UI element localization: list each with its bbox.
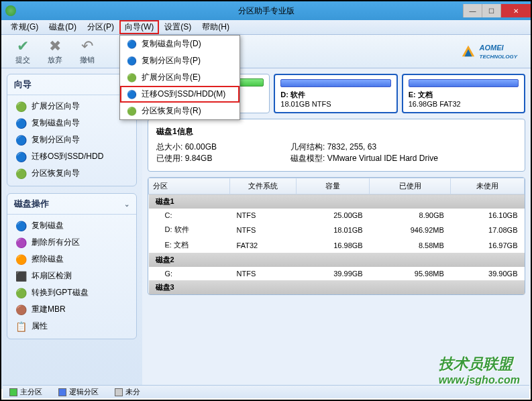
- item-icon: 🟠: [14, 254, 28, 265]
- table-header[interactable]: 分区: [149, 178, 230, 194]
- partition-box[interactable]: D: 软件18.01GB NTFS: [274, 74, 397, 113]
- disk-info-box: 磁盘1信息 总大小: 60.00GB 几何结构: 7832, 255, 63 已…: [148, 119, 525, 172]
- model-label: 磁盘模型:: [290, 154, 325, 163]
- panel-title: 磁盘操作: [14, 198, 49, 210]
- toolbtn-label: 提交: [15, 55, 30, 65]
- chevron-icon: ⌄: [124, 200, 129, 208]
- legend-unalloc: 未分: [115, 387, 140, 397]
- sidebar-item-label: 复制分区向导: [32, 134, 80, 146]
- cell-cap: 18.01GB: [296, 222, 370, 237]
- menu-item[interactable]: 设置(S): [159, 20, 197, 34]
- partition-table-box: 分区文件系统容量已使用未使用 磁盘1C:NTFS25.00GB8.90GB16.…: [148, 177, 525, 295]
- sidebar-item[interactable]: 🔵复制分区向导: [10, 131, 134, 148]
- partition-name: D: 软件: [280, 90, 390, 100]
- sidebar-item-label: 坏扇区检测: [32, 270, 72, 282]
- sidebar-item[interactable]: 📋属性: [10, 318, 134, 335]
- maximize-button[interactable]: ☐: [482, 4, 500, 17]
- total-value: 60.00GB: [185, 142, 217, 152]
- sidebar-item-label: 扩展分区向导: [32, 101, 80, 112]
- total-label: 总大小:: [156, 142, 182, 152]
- menu-item[interactable]: 分区(P): [82, 20, 119, 34]
- cell-used: 8.90GB: [370, 209, 451, 222]
- usage-bar: [409, 79, 519, 87]
- cell-cap: 39.99GB: [296, 267, 370, 280]
- cell-free: 16.10GB: [451, 209, 525, 222]
- cell-fs: NTFS: [230, 222, 296, 237]
- table-header[interactable]: 文件系统: [230, 178, 296, 194]
- minimize-button[interactable]: —: [463, 4, 482, 17]
- sidebar-item[interactable]: 🟢分区恢复向导: [10, 165, 134, 182]
- dropdown-label: 分区恢复向导(R): [142, 105, 201, 117]
- dropdown-item[interactable]: 🔵复制分区向导(P): [120, 52, 240, 69]
- undo-button[interactable]: ↶撤销: [71, 38, 103, 65]
- submit-button[interactable]: ✔提交: [7, 38, 39, 65]
- used-label: 已使用:: [156, 154, 182, 163]
- menu-item[interactable]: 向导(W): [119, 20, 159, 34]
- table-row[interactable]: G:NTFS39.99GB95.98MB39.90GB: [149, 267, 525, 280]
- wizard-panel: 向导⌄ 🟢扩展分区向导🔵复制磁盘向导🔵复制分区向导🔵迁移OS到SSD/HDD🟢分…: [7, 74, 137, 186]
- partition-table: 分区文件系统容量已使用未使用 磁盘1C:NTFS25.00GB8.90GB16.…: [148, 178, 525, 294]
- sidebar-item-label: 分区恢复向导: [32, 168, 80, 179]
- table-header[interactable]: 未使用: [451, 178, 525, 194]
- disk-name: 磁盘1: [149, 194, 525, 209]
- green-square-icon: [9, 388, 17, 396]
- cell-used: 95.98MB: [370, 267, 451, 280]
- table-row[interactable]: C:NTFS25.00GB8.90GB16.10GB: [149, 209, 525, 222]
- watermark-url: www.jsgho.com: [439, 374, 520, 386]
- table-header[interactable]: 容量: [296, 178, 370, 194]
- table-header[interactable]: 已使用: [370, 178, 451, 194]
- brand-name: AOMEI: [480, 44, 504, 52]
- info-title: 磁盘1信息: [156, 126, 517, 137]
- wizard-icon: 🔵: [125, 56, 138, 66]
- legend-primary: 主分区: [9, 387, 42, 397]
- titlebar: 分区助手专业版 — ☐ ✕: [1, 1, 531, 20]
- sidebar-item[interactable]: ⬛坏扇区检测: [10, 268, 134, 284]
- dropdown-label: 复制磁盘向导(D): [142, 38, 201, 50]
- cell-name: C:: [149, 209, 230, 222]
- dropdown-label: 复制分区向导(P): [142, 55, 201, 66]
- geom-value: 7832, 255, 63: [327, 142, 376, 152]
- table-row[interactable]: D: 软件NTFS18.01GB946.92MB17.08GB: [149, 222, 525, 237]
- model-value: VMware Virtual IDE Hard Drive: [327, 154, 438, 163]
- panel-title: 向导: [14, 78, 32, 91]
- toolbtn-label: 撤销: [80, 55, 95, 65]
- dropdown-item[interactable]: 🟢分区恢复向导(R): [120, 103, 240, 119]
- statusbar: 主分区 逻辑分区 未分: [3, 385, 529, 398]
- sidebar-item[interactable]: 🟠擦除磁盘: [10, 251, 134, 268]
- close-button[interactable]: ✕: [500, 4, 531, 17]
- legend-logical: 逻辑分区: [58, 387, 99, 397]
- dropdown-item[interactable]: 🔵迁移OS到SSD/HDD(M): [120, 86, 240, 103]
- brand-logo: AOMEITECHNOLOGY: [461, 44, 517, 60]
- sidebar-item[interactable]: 🟢转换到GPT磁盘: [10, 284, 134, 301]
- wizard-icon: 🟢: [125, 72, 138, 83]
- sidebar-item[interactable]: 🔵迁移OS到SSD/HDD: [10, 148, 134, 165]
- item-icon: 🔵: [14, 118, 28, 129]
- sidebar-item[interactable]: 🔵复制磁盘向导: [10, 115, 134, 131]
- wizard-icon: 🟢: [125, 106, 138, 117]
- sidebar-item[interactable]: 🟤重建MBR: [10, 301, 134, 318]
- cell-name: G:: [149, 267, 230, 280]
- cell-used: 946.92MB: [370, 222, 451, 237]
- dropdown-item[interactable]: 🟢扩展分区向导(E): [120, 69, 240, 86]
- disk-header-row[interactable]: 磁盘1: [149, 194, 525, 209]
- table-row[interactable]: E: 文档FAT3216.98GB8.58MB16.97GB: [149, 237, 525, 253]
- panel-header[interactable]: 向导⌄: [7, 74, 136, 95]
- menu-item[interactable]: 磁盘(D): [44, 20, 82, 34]
- dropdown-item[interactable]: 🔵复制磁盘向导(D): [120, 36, 240, 52]
- toolbtn-label: 放弃: [48, 55, 62, 65]
- sidebar-item[interactable]: 🟢扩展分区向导: [10, 98, 134, 115]
- disk-header-row[interactable]: 磁盘2: [149, 253, 525, 267]
- window-controls: — ☐ ✕: [463, 4, 531, 17]
- sidebar-item-label: 复制磁盘向导: [32, 117, 80, 129]
- discard-button[interactable]: ✖放弃: [39, 38, 71, 65]
- sidebar-item[interactable]: 🟣删除所有分区: [10, 234, 134, 251]
- panel-header[interactable]: 磁盘操作⌄: [7, 194, 136, 215]
- disk-header-row[interactable]: 磁盘3: [149, 280, 525, 294]
- sidebar-item[interactable]: 🔵复制磁盘: [10, 217, 134, 234]
- item-icon: 🟢: [14, 288, 28, 298]
- menu-item[interactable]: 常规(G): [5, 20, 44, 34]
- partition-box[interactable]: E: 文档16.98GB FAT32: [402, 74, 525, 113]
- item-icon: ⬛: [14, 271, 28, 282]
- menu-item[interactable]: 帮助(H): [197, 20, 235, 34]
- usage-bar: [280, 79, 390, 87]
